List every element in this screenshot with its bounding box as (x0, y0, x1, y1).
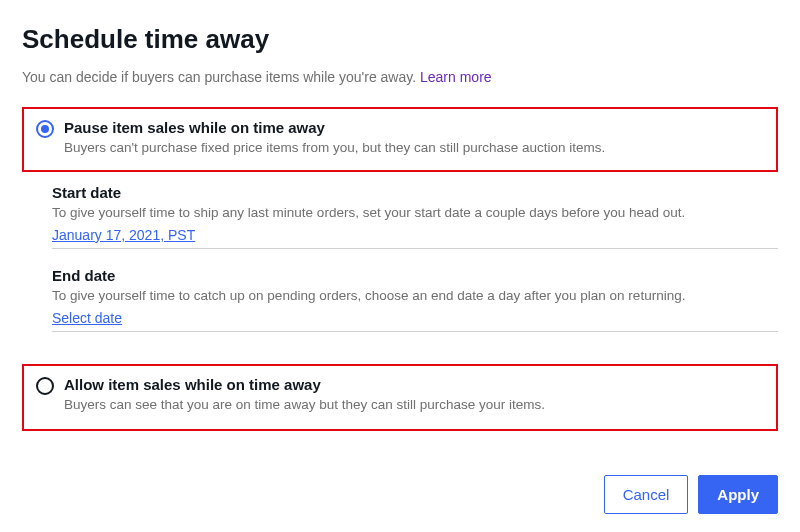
cancel-button[interactable]: Cancel (604, 475, 689, 514)
divider (52, 248, 778, 249)
radio-wrap (36, 119, 64, 138)
radio-wrap (36, 376, 64, 395)
end-date-label: End date (52, 267, 778, 284)
option-allow-desc: Buyers can see that you are on time away… (64, 396, 764, 415)
page-title: Schedule time away (22, 24, 778, 55)
footer-buttons: Cancel Apply (604, 475, 778, 514)
start-date-section: Start date To give yourself time to ship… (22, 184, 778, 249)
radio-allow[interactable] (36, 377, 54, 395)
option-text: Allow item sales while on time away Buye… (64, 376, 764, 415)
start-date-label: Start date (52, 184, 778, 201)
subtitle: You can decide if buyers can purchase it… (22, 69, 778, 85)
end-date-value[interactable]: Select date (52, 310, 122, 326)
radio-pause[interactable] (36, 120, 54, 138)
option-allow-sales[interactable]: Allow item sales while on time away Buye… (22, 364, 778, 431)
option-allow-label: Allow item sales while on time away (64, 376, 764, 393)
apply-button[interactable]: Apply (698, 475, 778, 514)
radio-dot-icon (41, 125, 49, 133)
start-date-value[interactable]: January 17, 2021, PST (52, 227, 195, 243)
divider (52, 331, 778, 332)
option-text: Pause item sales while on time away Buye… (64, 119, 764, 158)
option-pause-sales[interactable]: Pause item sales while on time away Buye… (22, 107, 778, 172)
learn-more-link[interactable]: Learn more (420, 69, 492, 85)
end-date-section: End date To give yourself time to catch … (22, 267, 778, 332)
option-pause-desc: Buyers can't purchase fixed price items … (64, 139, 764, 158)
subtitle-text: You can decide if buyers can purchase it… (22, 69, 420, 85)
start-date-desc: To give yourself time to ship any last m… (52, 204, 778, 223)
option-pause-label: Pause item sales while on time away (64, 119, 764, 136)
end-date-desc: To give yourself time to catch up on pen… (52, 287, 778, 306)
